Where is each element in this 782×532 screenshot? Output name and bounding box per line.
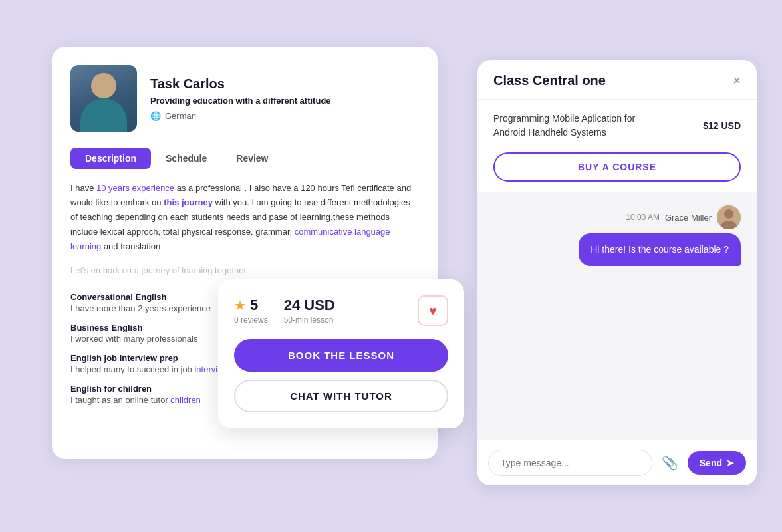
close-button[interactable]: × bbox=[733, 73, 741, 88]
tutor-info: Task Carlos Providing education with a d… bbox=[150, 76, 331, 121]
message-meta: 10:00 AM Grace Miller bbox=[626, 205, 741, 229]
reviews-label: 0 reviews bbox=[234, 315, 268, 325]
send-button[interactable]: Send ➤ bbox=[688, 451, 746, 475]
avatar bbox=[717, 205, 741, 229]
message-row: 10:00 AM Grace Miller Hi there! Is the c… bbox=[493, 205, 741, 266]
chat-tutor-button[interactable]: CHAT WITH TUTOR bbox=[234, 380, 448, 412]
tab-review[interactable]: Review bbox=[221, 148, 283, 169]
description-text: I have 10 years experience as a professi… bbox=[70, 181, 419, 254]
message-sender: Grace Miller bbox=[665, 213, 712, 223]
course-section: Programming Mobile Aplication for Androi… bbox=[477, 100, 757, 152]
fade-description: Let's embark on a journey of learning to… bbox=[70, 263, 419, 278]
buy-course-button[interactable]: BUY A COURSE bbox=[493, 152, 741, 182]
tutor-header: Task Carlos Providing education with a d… bbox=[70, 65, 419, 132]
price-amount: 24 USD bbox=[284, 297, 335, 314]
book-lesson-button[interactable]: BOOK THE LESSON bbox=[234, 339, 448, 372]
price-block: 24 USD 50-min lesson bbox=[284, 297, 335, 325]
star-icon: ★ bbox=[234, 297, 246, 313]
chat-input-area: 📎 Send ➤ bbox=[477, 440, 757, 485]
chat-panel: Class Central one × Programming Mobile A… bbox=[477, 60, 757, 485]
tab-description[interactable]: Description bbox=[70, 148, 151, 169]
price-duration: 50-min lesson bbox=[284, 315, 335, 325]
messages-area: 10:00 AM Grace Miller Hi there! Is the c… bbox=[477, 192, 757, 440]
message-bubble: Hi there! Is the course available ? bbox=[579, 233, 741, 266]
attach-button[interactable]: 📎 bbox=[659, 455, 681, 471]
svg-point-1 bbox=[724, 209, 733, 219]
message-input[interactable] bbox=[488, 450, 652, 476]
tutor-name: Task Carlos bbox=[150, 76, 331, 92]
tutor-language: 🌐 German bbox=[150, 111, 331, 121]
message-time: 10:00 AM bbox=[626, 213, 660, 222]
tab-bar: Description Schedule Review bbox=[70, 148, 419, 169]
rating-price: ★ 5 0 reviews 24 USD 50-min lesson bbox=[234, 297, 335, 325]
globe-icon: 🌐 bbox=[150, 111, 161, 121]
tab-schedule[interactable]: Schedule bbox=[151, 148, 221, 169]
paperclip-icon: 📎 bbox=[662, 456, 678, 470]
rating-number: 5 bbox=[250, 297, 258, 314]
course-name: Programming Mobile Aplication for Androi… bbox=[493, 112, 653, 140]
chat-title: Class Central one bbox=[493, 73, 606, 88]
favorite-button[interactable]: ♥ bbox=[418, 295, 448, 326]
chat-header: Class Central one × bbox=[477, 60, 757, 100]
send-icon: ➤ bbox=[726, 458, 734, 468]
course-price: $12 USD bbox=[703, 120, 741, 131]
tutor-avatar bbox=[70, 65, 137, 132]
booking-card: ★ 5 0 reviews 24 USD 50-min lesson ♥ BOO… bbox=[218, 279, 464, 428]
heart-icon: ♥ bbox=[429, 303, 437, 319]
booking-top: ★ 5 0 reviews 24 USD 50-min lesson ♥ bbox=[234, 295, 448, 326]
rating-block: ★ 5 0 reviews bbox=[234, 297, 268, 325]
tutor-tagline: Providing education with a different att… bbox=[150, 96, 331, 106]
